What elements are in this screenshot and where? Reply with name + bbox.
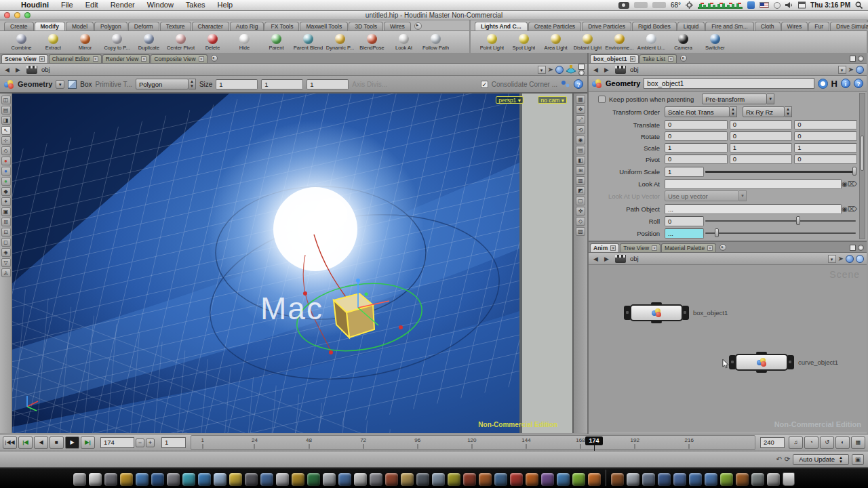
dock-icon[interactable] (720, 473, 733, 486)
dock-icon[interactable] (705, 473, 717, 486)
dock-icon[interactable] (627, 473, 639, 486)
param-field-translate-z[interactable]: 0 (794, 120, 857, 129)
shelf-tab-create[interactable]: Create (4, 22, 34, 30)
tab-close-icon[interactable]: × (630, 56, 635, 62)
viewport-tool-icon[interactable]: ● (1, 157, 11, 165)
shelf-tab-drive-simula-[interactable]: Drive Simula... (830, 22, 868, 30)
pin-icon[interactable]: ➤ (848, 66, 854, 73)
dock-icon[interactable] (432, 473, 445, 486)
dock-icon[interactable] (385, 473, 398, 486)
dock-icon[interactable] (307, 473, 320, 486)
tab-close-icon[interactable]: × (93, 56, 98, 62)
menu-edit[interactable]: Edit (79, 1, 104, 9)
link-orb-icon[interactable] (856, 66, 864, 74)
shelf-tab-maxwell-tools[interactable]: Maxwell Tools (300, 22, 348, 30)
calendar-icon[interactable] (798, 1, 806, 9)
realtime-toggle-button[interactable]: ◔ (804, 436, 818, 449)
pane-tab-anim[interactable]: Anim× (590, 243, 619, 252)
dock-icon[interactable] (229, 473, 242, 486)
dock-icon[interactable] (89, 473, 102, 486)
node-chooser-icon[interactable]: ◉ (842, 180, 848, 188)
viewport-tool-icon[interactable]: ◫ (1, 96, 11, 104)
link-orb-icon[interactable] (846, 255, 854, 263)
shelf-tab-fur[interactable]: Fur (808, 22, 829, 30)
param-field-rotate-x[interactable]: 0 (665, 131, 728, 141)
context-dropdown-icon[interactable]: ▾ (56, 80, 64, 89)
position-slider[interactable] (704, 228, 857, 238)
tab-close-icon[interactable]: × (39, 56, 45, 62)
help-icon[interactable]: ? (574, 79, 583, 89)
shelf-tool-point-light[interactable]: Point Light (476, 31, 508, 53)
shelf-tab-wires[interactable]: Wires (384, 22, 411, 30)
viewport-3d[interactable]: persp1 ▾ no cam ▾ Mac Non-Commercial Edi… (12, 94, 572, 433)
shelf-tool-duplicate[interactable]: Duplicate (133, 31, 165, 53)
shelf-tab-fire-and-sm-[interactable]: Fire and Sm... (705, 22, 753, 30)
pane-tab-composite-view[interactable]: Composite View× (151, 54, 207, 63)
dock-icon[interactable] (104, 473, 117, 486)
undo-icon[interactable]: ↶ (776, 455, 781, 463)
uniform-scale-slider[interactable] (704, 167, 857, 176)
dock-icon[interactable] (136, 473, 149, 486)
shelf-tool-blendpose[interactable]: BlendPose (356, 31, 388, 53)
pin-icon[interactable]: ➤ (838, 255, 844, 262)
look-at-field[interactable] (665, 179, 842, 189)
shelf-tab-liquid[interactable]: Liquid (677, 22, 705, 30)
menu-takes[interactable]: Takes (180, 1, 212, 9)
dock-icon[interactable] (416, 473, 429, 486)
param-field-pivot-z[interactable]: 0 (794, 155, 857, 164)
shelf-tab-3d-tools[interactable]: 3D Tools (349, 22, 383, 30)
dock-icon[interactable] (588, 473, 601, 486)
viewport-tool-icon[interactable]: ⊡ (1, 228, 11, 237)
shelf-tab-deform[interactable]: Deform (128, 22, 159, 30)
shelf-tool-hide[interactable]: Hide (229, 31, 260, 53)
dock-icon[interactable] (167, 473, 180, 486)
param-field-scale-y[interactable]: 1 (730, 143, 793, 152)
shelf-tab-polygon[interactable]: Polygon (94, 22, 127, 30)
network-type-icon[interactable] (615, 66, 626, 74)
shelf-tab-texture[interactable]: Texture (160, 22, 191, 30)
shelf-tool-extract[interactable]: Extract (37, 31, 69, 53)
zoom-orb-icon[interactable] (856, 255, 864, 263)
dock-icon[interactable] (120, 473, 133, 486)
spotlight-search-icon[interactable] (855, 1, 863, 9)
dock-icon[interactable] (541, 473, 554, 486)
display-option-icon[interactable]: ▧ (576, 227, 585, 236)
node-curve-object1[interactable]: curve_object1 (729, 354, 794, 371)
dock-icon[interactable] (658, 473, 671, 486)
tab-close-icon[interactable]: × (668, 56, 673, 62)
activity-graph-icon[interactable] (698, 1, 743, 9)
param-field-pivot-y[interactable]: 0 (730, 155, 793, 164)
pin-icon[interactable]: ➤ (548, 66, 553, 73)
pane-split-icon[interactable] (858, 245, 864, 251)
pane-split-icon[interactable] (858, 56, 864, 62)
dock-icon[interactable] (510, 473, 523, 486)
step-size-button[interactable]: ◐ (835, 436, 850, 449)
end-frame-field[interactable]: 240 (760, 437, 785, 448)
step-back-button[interactable]: ◀ (34, 436, 48, 449)
menu-window[interactable]: Window (141, 1, 180, 9)
viewport-tool-icon[interactable]: ⊞ (1, 218, 11, 226)
display-option-icon[interactable]: ◧ (576, 156, 585, 165)
shelf-more-icon[interactable] (414, 22, 422, 30)
shelf-tool-center-pivot[interactable]: Center Pivot (165, 31, 197, 53)
dock-icon[interactable] (260, 473, 273, 486)
network-path[interactable]: obj (41, 66, 536, 73)
link-orb-icon[interactable] (555, 66, 564, 74)
select-node-icon[interactable] (818, 79, 828, 89)
display-option-icon[interactable]: ⤢ (576, 115, 585, 124)
path-object-field[interactable]: ... (665, 204, 842, 214)
param-field-scale-x[interactable]: 1 (665, 143, 728, 152)
pane-tab-channel-editor[interactable]: Channel Editor× (49, 54, 102, 63)
display-option-icon[interactable]: ◇ (576, 217, 585, 226)
dock-icon[interactable] (354, 473, 367, 486)
viewport-tool-icon[interactable]: ▣ (1, 207, 11, 216)
shelf-tool-copy-to-p-[interactable]: Copy to P... (101, 31, 133, 53)
shelf-tool-parent[interactable]: Parent (260, 31, 292, 53)
dock-icon[interactable] (198, 473, 211, 486)
rotate-order-arrows-icon[interactable]: ▲▼ (785, 106, 792, 117)
viewport-tool-icon[interactable]: ◇ (1, 146, 11, 155)
viewport-tool-icon[interactable]: ✦ (1, 197, 11, 206)
node-box-object1[interactable]: box_object1 (624, 304, 689, 321)
pretransform-dropdown[interactable]: Pre-transform (702, 94, 767, 104)
screen-recorder-icon[interactable] (618, 2, 629, 9)
